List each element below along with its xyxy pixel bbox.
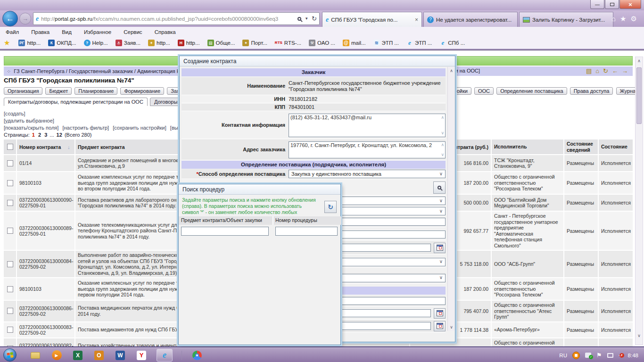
close-button[interactable]: ×: [619, 0, 641, 9]
favorite-item[interactable]: Нhttp...: [174, 40, 204, 46]
favorite-item[interactable]: RTSRTS-...: [271, 40, 305, 46]
textarea-scroll-up-icon[interactable]: ∧: [441, 143, 444, 147]
favorite-item[interactable]: ▤Обще...: [204, 40, 239, 46]
create-link[interactable]: [создать]: [4, 111, 25, 116]
explorer-icon[interactable]: [29, 349, 41, 362]
scroll-thumb[interactable]: [636, 67, 642, 124]
menu-tools[interactable]: Сервис: [124, 29, 142, 35]
tab-planning[interactable]: Планирование: [74, 87, 117, 95]
refresh-icon[interactable]: ↻: [312, 15, 317, 22]
star-icon[interactable]: ★: [4, 39, 10, 47]
show-hide-fields-link[interactable]: [показать/скрыть поля]: [4, 125, 58, 131]
supplier-method-select[interactable]: Закупка у единственного поставщика∨: [289, 170, 446, 178]
favorite-item[interactable]: РГhttp...: [15, 40, 44, 46]
ie-taskbar-active[interactable]: e: [157, 349, 173, 362]
favorite-item[interactable]: eЭТП ...: [403, 40, 436, 46]
row-checkbox[interactable]: [7, 200, 13, 206]
menu-file[interactable]: Файл: [6, 29, 19, 35]
menu-help[interactable]: Справка: [155, 29, 176, 35]
search-icon[interactable]: [297, 17, 301, 21]
back-button[interactable]: ←: [2, 11, 18, 26]
contact-info-textarea[interactable]: (812) 435-31-12, 4353437@mail.ru: [289, 114, 446, 137]
row-checkbox[interactable]: [7, 308, 13, 314]
row-checkbox[interactable]: [7, 180, 13, 186]
address-bar[interactable]: e http://portal.gz-spb.ru/fx/ccam/ru.nau…: [33, 12, 320, 25]
tab-2[interactable]: ? Не удается зарегистрироват...: [423, 12, 518, 27]
maximize-button[interactable]: [605, 0, 619, 9]
favorite-item[interactable]: ⚓Заяв...: [112, 40, 144, 46]
row-checkbox[interactable]: [7, 327, 13, 333]
close-tab-icon[interactable]: ×: [415, 16, 418, 23]
favorite-item[interactable]: ✦http...: [144, 40, 174, 46]
favorite-item[interactable]: КОКПД...: [44, 40, 80, 46]
favorite-item[interactable]: ?Help...: [80, 40, 112, 46]
menu-edit[interactable]: Правка: [31, 29, 50, 35]
scroll-down-icon[interactable]: ∨: [448, 325, 455, 329]
chrome-icon[interactable]: [191, 349, 203, 362]
action-center-flag-icon[interactable]: ⚑: [596, 352, 602, 359]
home-icon[interactable]: ⌂: [611, 15, 616, 23]
antivirus-icon[interactable]: [572, 352, 580, 359]
tab-active[interactable]: e СПб ГБУЗ "Городская по... ×: [322, 12, 422, 27]
dialog-title[interactable]: Создание контракта: [180, 56, 455, 66]
refresh-icon[interactable]: ↻: [603, 67, 608, 74]
textarea-scroll-down-icon[interactable]: ∨: [441, 131, 444, 135]
select-all-checkbox[interactable]: [7, 144, 13, 150]
col-number[interactable]: Номер контракта↓: [17, 140, 75, 154]
procedure-number-input[interactable]: [275, 227, 338, 236]
tab-budget[interactable]: Бюджет: [45, 87, 72, 95]
refresh-button[interactable]: ↻: [324, 201, 337, 213]
scroll-up-icon[interactable]: ∧: [636, 58, 643, 63]
tab-access-rights[interactable]: Права доступа: [570, 87, 613, 95]
breadcrumb[interactable]: ГЗ Санкт-Петербурга / Государственный за…: [14, 68, 188, 74]
excel-icon[interactable]: X: [72, 349, 84, 362]
folder-icon[interactable]: ▤: [586, 67, 592, 74]
sort-desc-icon[interactable]: ↓: [67, 144, 70, 150]
scroll-down-icon[interactable]: ∨: [636, 333, 643, 338]
favorites-star-icon[interactable]: ★: [620, 15, 626, 23]
arrow-right-icon[interactable]: →: [622, 67, 628, 74]
row-checkbox[interactable]: [7, 160, 13, 166]
dialog-title[interactable]: Поиск процедур: [179, 184, 340, 195]
textarea-scroll-down-icon[interactable]: ∨: [441, 153, 444, 157]
configure-filter-link[interactable]: [настроить фильтр]: [62, 125, 109, 131]
subtab-contracts-oos[interactable]: Контракты/договоры, подлежащие регистрац…: [4, 98, 148, 106]
scroll-up-icon[interactable]: ∧: [448, 68, 455, 73]
tab-oos[interactable]: ООС: [474, 87, 494, 95]
media-player-icon[interactable]: ▶: [50, 349, 63, 362]
volume-muted-icon[interactable]: ✗: [619, 353, 623, 358]
page-scrollbar[interactable]: ∧ ∨: [635, 57, 643, 345]
yandex-browser-icon[interactable]: Y: [135, 349, 148, 362]
gear-icon[interactable]: ⚙: [631, 15, 637, 23]
calendar-button[interactable]: [434, 243, 446, 253]
col-state[interactable]: Состояние: [599, 140, 633, 154]
tab-supplier-determination[interactable]: Определение поставщика: [496, 87, 567, 95]
favorite-item[interactable]: ⚒ОАО ...: [305, 40, 339, 46]
minimize-button[interactable]: —: [590, 0, 604, 9]
save-settings-link[interactable]: [сохранить настройки]: [113, 125, 166, 131]
tab-forming[interactable]: Формирование: [120, 87, 164, 95]
col-executor[interactable]: Исполнитель: [492, 140, 564, 154]
tab-organization[interactable]: Организация: [4, 87, 42, 95]
page-link-3[interactable]: 3: [44, 132, 47, 138]
row-checkbox[interactable]: [7, 286, 13, 292]
favorite-item[interactable]: @mail...: [339, 40, 370, 46]
tab-3[interactable]: Залить Картинку - Загрузит...: [519, 12, 613, 27]
language-indicator[interactable]: RU: [559, 353, 567, 358]
col-info-state[interactable]: Состояние сведений: [564, 140, 599, 154]
row-checkbox[interactable]: [7, 261, 13, 267]
favorite-item[interactable]: eСПб ...: [436, 40, 469, 46]
page-link-2[interactable]: 2: [38, 132, 41, 138]
calendar-button[interactable]: [434, 321, 446, 331]
favorite-item[interactable]: ✦Порт...: [239, 40, 271, 46]
network-icon[interactable]: [607, 353, 613, 358]
customer-address-textarea[interactable]: 197760, г. Санкт-Петербург, г. Кронштадт…: [289, 141, 446, 158]
delete-selected-link[interactable]: [удалить выбранное]: [4, 118, 54, 123]
calendar-button[interactable]: [434, 308, 446, 319]
chevron-down-icon[interactable]: ▼: [305, 16, 308, 21]
favorite-item[interactable]: ≋ЭТП ...: [370, 40, 403, 46]
outlook-icon[interactable]: O: [93, 349, 105, 362]
clock[interactable]: 8:48: [628, 353, 638, 358]
start-button[interactable]: [3, 348, 17, 362]
word-icon[interactable]: W: [114, 349, 126, 362]
